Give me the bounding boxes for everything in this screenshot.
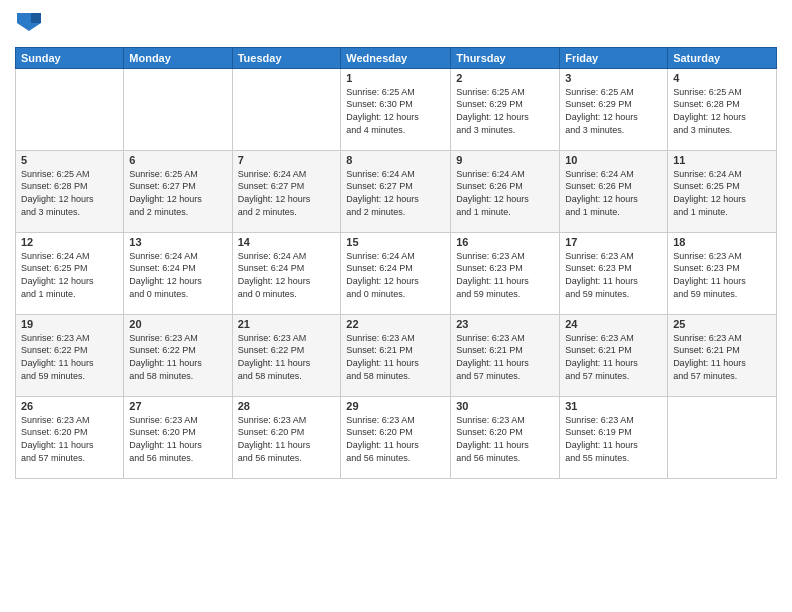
day-number: 7	[238, 154, 336, 166]
day-number: 23	[456, 318, 554, 330]
day-number: 5	[21, 154, 118, 166]
calendar-day-17: 17Sunrise: 6:23 AM Sunset: 6:23 PM Dayli…	[560, 232, 668, 314]
logo-icon	[17, 10, 41, 34]
day-number: 28	[238, 400, 336, 412]
page: SundayMondayTuesdayWednesdayThursdayFrid…	[0, 0, 792, 612]
day-number: 18	[673, 236, 771, 248]
day-number: 1	[346, 72, 445, 84]
calendar-day-24: 24Sunrise: 6:23 AM Sunset: 6:21 PM Dayli…	[560, 314, 668, 396]
day-info: Sunrise: 6:23 AM Sunset: 6:21 PM Dayligh…	[565, 332, 662, 382]
day-number: 20	[129, 318, 226, 330]
day-info: Sunrise: 6:25 AM Sunset: 6:30 PM Dayligh…	[346, 86, 445, 136]
day-info: Sunrise: 6:24 AM Sunset: 6:26 PM Dayligh…	[456, 168, 554, 218]
calendar-day-27: 27Sunrise: 6:23 AM Sunset: 6:20 PM Dayli…	[124, 396, 232, 478]
calendar-day-19: 19Sunrise: 6:23 AM Sunset: 6:22 PM Dayli…	[16, 314, 124, 396]
calendar-day-7: 7Sunrise: 6:24 AM Sunset: 6:27 PM Daylig…	[232, 150, 341, 232]
calendar-week-row: 26Sunrise: 6:23 AM Sunset: 6:20 PM Dayli…	[16, 396, 777, 478]
day-info: Sunrise: 6:23 AM Sunset: 6:22 PM Dayligh…	[21, 332, 118, 382]
calendar-day-6: 6Sunrise: 6:25 AM Sunset: 6:27 PM Daylig…	[124, 150, 232, 232]
calendar-week-row: 19Sunrise: 6:23 AM Sunset: 6:22 PM Dayli…	[16, 314, 777, 396]
day-number: 9	[456, 154, 554, 166]
calendar-day-18: 18Sunrise: 6:23 AM Sunset: 6:23 PM Dayli…	[668, 232, 777, 314]
day-number: 31	[565, 400, 662, 412]
svg-marker-1	[31, 13, 41, 23]
day-info: Sunrise: 6:23 AM Sunset: 6:20 PM Dayligh…	[21, 414, 118, 464]
calendar-day-5: 5Sunrise: 6:25 AM Sunset: 6:28 PM Daylig…	[16, 150, 124, 232]
day-info: Sunrise: 6:23 AM Sunset: 6:23 PM Dayligh…	[456, 250, 554, 300]
calendar-day-28: 28Sunrise: 6:23 AM Sunset: 6:20 PM Dayli…	[232, 396, 341, 478]
day-info: Sunrise: 6:23 AM Sunset: 6:22 PM Dayligh…	[129, 332, 226, 382]
calendar-day-4: 4Sunrise: 6:25 AM Sunset: 6:28 PM Daylig…	[668, 68, 777, 150]
day-number: 12	[21, 236, 118, 248]
day-info: Sunrise: 6:23 AM Sunset: 6:20 PM Dayligh…	[346, 414, 445, 464]
calendar-week-row: 12Sunrise: 6:24 AM Sunset: 6:25 PM Dayli…	[16, 232, 777, 314]
day-info: Sunrise: 6:25 AM Sunset: 6:28 PM Dayligh…	[21, 168, 118, 218]
day-number: 10	[565, 154, 662, 166]
weekday-header-tuesday: Tuesday	[232, 47, 341, 68]
day-number: 16	[456, 236, 554, 248]
day-number: 17	[565, 236, 662, 248]
calendar-day-14: 14Sunrise: 6:24 AM Sunset: 6:24 PM Dayli…	[232, 232, 341, 314]
weekday-header-wednesday: Wednesday	[341, 47, 451, 68]
day-info: Sunrise: 6:23 AM Sunset: 6:20 PM Dayligh…	[238, 414, 336, 464]
calendar-day-20: 20Sunrise: 6:23 AM Sunset: 6:22 PM Dayli…	[124, 314, 232, 396]
day-number: 3	[565, 72, 662, 84]
day-number: 8	[346, 154, 445, 166]
day-number: 24	[565, 318, 662, 330]
day-info: Sunrise: 6:24 AM Sunset: 6:24 PM Dayligh…	[238, 250, 336, 300]
calendar-day-31: 31Sunrise: 6:23 AM Sunset: 6:19 PM Dayli…	[560, 396, 668, 478]
day-number: 2	[456, 72, 554, 84]
day-info: Sunrise: 6:25 AM Sunset: 6:29 PM Dayligh…	[456, 86, 554, 136]
day-info: Sunrise: 6:23 AM Sunset: 6:21 PM Dayligh…	[673, 332, 771, 382]
calendar-day-2: 2Sunrise: 6:25 AM Sunset: 6:29 PM Daylig…	[451, 68, 560, 150]
calendar-empty-cell	[16, 68, 124, 150]
day-number: 26	[21, 400, 118, 412]
day-info: Sunrise: 6:23 AM Sunset: 6:23 PM Dayligh…	[565, 250, 662, 300]
calendar-day-3: 3Sunrise: 6:25 AM Sunset: 6:29 PM Daylig…	[560, 68, 668, 150]
calendar-day-23: 23Sunrise: 6:23 AM Sunset: 6:21 PM Dayli…	[451, 314, 560, 396]
day-number: 30	[456, 400, 554, 412]
day-number: 13	[129, 236, 226, 248]
day-number: 14	[238, 236, 336, 248]
weekday-header-row: SundayMondayTuesdayWednesdayThursdayFrid…	[16, 47, 777, 68]
calendar-day-25: 25Sunrise: 6:23 AM Sunset: 6:21 PM Dayli…	[668, 314, 777, 396]
day-number: 25	[673, 318, 771, 330]
calendar-day-8: 8Sunrise: 6:24 AM Sunset: 6:27 PM Daylig…	[341, 150, 451, 232]
calendar-day-9: 9Sunrise: 6:24 AM Sunset: 6:26 PM Daylig…	[451, 150, 560, 232]
day-info: Sunrise: 6:24 AM Sunset: 6:27 PM Dayligh…	[346, 168, 445, 218]
calendar-day-16: 16Sunrise: 6:23 AM Sunset: 6:23 PM Dayli…	[451, 232, 560, 314]
day-number: 19	[21, 318, 118, 330]
calendar-day-12: 12Sunrise: 6:24 AM Sunset: 6:25 PM Dayli…	[16, 232, 124, 314]
day-info: Sunrise: 6:23 AM Sunset: 6:21 PM Dayligh…	[456, 332, 554, 382]
weekday-header-thursday: Thursday	[451, 47, 560, 68]
calendar-empty-cell	[668, 396, 777, 478]
calendar-day-13: 13Sunrise: 6:24 AM Sunset: 6:24 PM Dayli…	[124, 232, 232, 314]
day-info: Sunrise: 6:24 AM Sunset: 6:24 PM Dayligh…	[129, 250, 226, 300]
logo	[15, 10, 41, 39]
calendar-day-21: 21Sunrise: 6:23 AM Sunset: 6:22 PM Dayli…	[232, 314, 341, 396]
day-info: Sunrise: 6:25 AM Sunset: 6:28 PM Dayligh…	[673, 86, 771, 136]
day-info: Sunrise: 6:24 AM Sunset: 6:27 PM Dayligh…	[238, 168, 336, 218]
day-info: Sunrise: 6:23 AM Sunset: 6:21 PM Dayligh…	[346, 332, 445, 382]
day-number: 15	[346, 236, 445, 248]
calendar-day-29: 29Sunrise: 6:23 AM Sunset: 6:20 PM Dayli…	[341, 396, 451, 478]
calendar-day-26: 26Sunrise: 6:23 AM Sunset: 6:20 PM Dayli…	[16, 396, 124, 478]
day-info: Sunrise: 6:24 AM Sunset: 6:24 PM Dayligh…	[346, 250, 445, 300]
calendar-day-10: 10Sunrise: 6:24 AM Sunset: 6:26 PM Dayli…	[560, 150, 668, 232]
day-info: Sunrise: 6:24 AM Sunset: 6:26 PM Dayligh…	[565, 168, 662, 218]
calendar-week-row: 1Sunrise: 6:25 AM Sunset: 6:30 PM Daylig…	[16, 68, 777, 150]
calendar-day-1: 1Sunrise: 6:25 AM Sunset: 6:30 PM Daylig…	[341, 68, 451, 150]
weekday-header-monday: Monday	[124, 47, 232, 68]
day-number: 22	[346, 318, 445, 330]
calendar-week-row: 5Sunrise: 6:25 AM Sunset: 6:28 PM Daylig…	[16, 150, 777, 232]
day-info: Sunrise: 6:23 AM Sunset: 6:19 PM Dayligh…	[565, 414, 662, 464]
calendar-day-15: 15Sunrise: 6:24 AM Sunset: 6:24 PM Dayli…	[341, 232, 451, 314]
day-number: 21	[238, 318, 336, 330]
day-info: Sunrise: 6:23 AM Sunset: 6:20 PM Dayligh…	[129, 414, 226, 464]
calendar-day-11: 11Sunrise: 6:24 AM Sunset: 6:25 PM Dayli…	[668, 150, 777, 232]
weekday-header-friday: Friday	[560, 47, 668, 68]
calendar-day-30: 30Sunrise: 6:23 AM Sunset: 6:20 PM Dayli…	[451, 396, 560, 478]
day-info: Sunrise: 6:23 AM Sunset: 6:22 PM Dayligh…	[238, 332, 336, 382]
calendar-day-22: 22Sunrise: 6:23 AM Sunset: 6:21 PM Dayli…	[341, 314, 451, 396]
day-info: Sunrise: 6:23 AM Sunset: 6:20 PM Dayligh…	[456, 414, 554, 464]
